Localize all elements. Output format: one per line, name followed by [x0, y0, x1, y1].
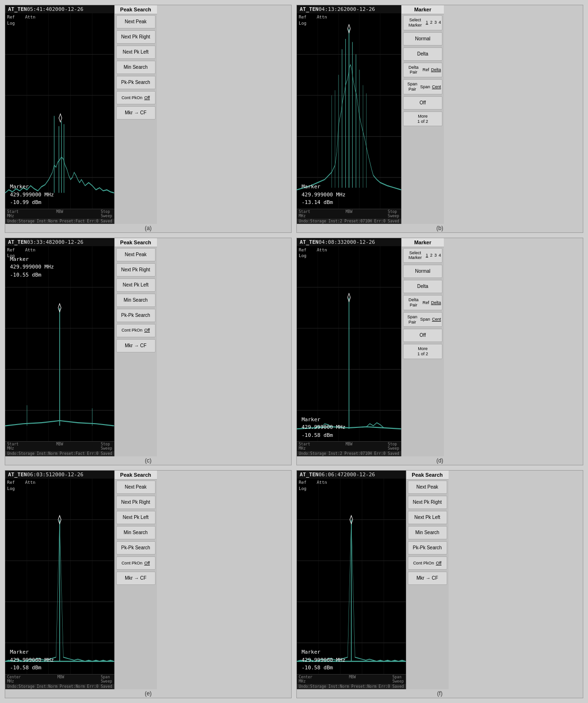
screen-e: AT_TEN 06:03:51 2000-12-26 Ref Attn Log [5, 471, 114, 689]
date-e: 2000-12-26 [52, 472, 83, 478]
marker-power-c: -10.55 dBm [10, 271, 54, 279]
btn-min-search-a[interactable]: Min Search [116, 61, 156, 74]
btn-normal-b[interactable]: Normal [403, 32, 442, 46]
btn-next-peak-f[interactable]: Next Peak [408, 481, 447, 494]
btn-next-pk-right-a[interactable]: Next Pk Right [116, 30, 156, 44]
brand-c: AT_TEN [8, 239, 27, 245]
btn-next-peak-c[interactable]: Next Peak [116, 248, 156, 261]
btn-delta-b[interactable]: Delta [403, 47, 442, 61]
marker-freq-d: 429.999000 MHz [302, 424, 346, 432]
btn-next-pk-right-c[interactable]: Next Pk Right [116, 263, 156, 277]
btn-next-pk-left-c[interactable]: Next Pk Left [116, 278, 156, 292]
btn-next-peak-a[interactable]: Next Peak [116, 15, 156, 28]
btn-next-pk-right-e[interactable]: Next Pk Right [116, 496, 156, 509]
marker-power-f: -10.58 dBm [302, 664, 346, 672]
btn-more-b[interactable]: More1 of 2 [403, 111, 442, 127]
caption-a: (a) [5, 224, 291, 232]
marker-power-b: -13.14 dBm [302, 199, 346, 207]
btn-next-pk-left-a[interactable]: Next Pk Left [116, 46, 156, 59]
marker-freq-e: 429.999000 MHz [10, 657, 54, 665]
brand-e: AT_TEN [8, 472, 27, 478]
screen-footer-c: StartMHz MBW StopSweep [5, 441, 114, 451]
marker-label-a: Marker [10, 183, 54, 191]
footer-mbw-f: MBW [349, 675, 356, 684]
btn-min-search-c[interactable]: Min Search [116, 294, 156, 307]
btn-select-marker-d[interactable]: Select Marker1234 [403, 248, 442, 263]
btn-select-marker-b[interactable]: Select Marker1234 [403, 15, 442, 30]
footer-start-a: StartMHz [7, 210, 18, 218]
screen-header-c: AT_TEN 03:33:48 2000-12-26 [5, 238, 114, 246]
btn-normal-d[interactable]: Normal [403, 265, 442, 278]
brand-a: AT_TEN [8, 6, 27, 12]
time-a: 05:41:40 [27, 6, 52, 12]
caption-f: (f) [297, 689, 583, 698]
btn-next-peak-e[interactable]: Next Peak [116, 481, 156, 494]
screen-header-e: AT_TEN 06:03:51 2000-12-26 [5, 471, 114, 479]
marker-info-f: Marker 429.999000 MHz -10.58 dBm [302, 648, 346, 672]
footer-start-b: StartMHz [299, 210, 310, 218]
sidebar-title-f: Peak Search [406, 471, 449, 480]
screen-content-e: Ref Attn Log [5, 479, 114, 684]
marker-freq-b: 429.999000 MHz [302, 191, 346, 199]
status-d: Undo:Storage Inst:2 Preset:0710H Err:0 S… [297, 451, 401, 456]
btn-mkr-cf-c[interactable]: Mkr → CF [116, 339, 156, 352]
marker-info-e: Marker 429.999000 MHz -10.58 dBm [10, 648, 54, 672]
time-d: 04:08:33 [319, 239, 344, 245]
btn-next-pk-right-f[interactable]: Next Pk Right [408, 496, 447, 509]
btn-mkr-cf-a[interactable]: Mkr → CF [116, 106, 156, 120]
screen-footer-d: StartMHz MBW StopSweep [297, 441, 401, 451]
date-b: 2000-12-26 [344, 6, 375, 12]
footer-start-d: StartMHz [299, 442, 310, 451]
footer-start-c: StartMHz [7, 442, 18, 451]
sidebar-title-e: Peak Search [115, 471, 157, 480]
btn-pkpk-search-a[interactable]: Pk-Pk Search [116, 76, 156, 89]
marker-label-b: Marker [302, 183, 346, 191]
status-e: Undo:Storage Inst:Norm Preset:Norm Err:0… [5, 684, 114, 689]
marker-power-e: -10.58 dBm [10, 664, 54, 672]
screen-header-d: AT_TEN 04:08:33 2000-12-26 [297, 238, 401, 246]
sidebar-title-b: Marker [402, 5, 444, 14]
screen-footer-b: StartMHz MBW StopSweep [297, 209, 401, 219]
btn-pkpk-search-e[interactable]: Pk-Pk Search [116, 541, 156, 555]
btn-pkpk-search-c[interactable]: Pk-Pk Search [116, 309, 156, 322]
screen-d: AT_TEN 04:08:33 2000-12-26 Ref Attn Log [297, 238, 401, 457]
screen-content-f: Ref Attn Log [297, 479, 406, 684]
main-grid: AT_TEN 05:41:40 2000-12-26 Ref Attn Log [0, 0, 588, 703]
btn-off-b[interactable]: Off [403, 96, 442, 110]
btn-span-pair-d[interactable]: Span PairSpanCent [403, 312, 442, 327]
btn-cont-pk-e[interactable]: Cont PkOnOff [116, 556, 156, 570]
brand-d: AT_TEN [300, 239, 319, 245]
marker-info-a: Marker 429.999000 MHz -10.99 dBm [10, 183, 54, 207]
footer-mbw-a: MBW [56, 210, 63, 218]
btn-mkr-cf-e[interactable]: Mkr → CF [116, 572, 156, 585]
btn-cont-pk-c[interactable]: Cont PkOnOff [116, 324, 156, 337]
marker-info-b: Marker 429.999000 MHz -13.14 dBm [302, 183, 346, 207]
footer-stop-d: StopSweep [388, 442, 399, 451]
btn-cont-pk-a[interactable]: Cont PkOnOff [116, 91, 156, 104]
btn-min-search-f[interactable]: Min Search [408, 526, 447, 539]
btn-cont-pk-f[interactable]: Cont PkOnOff [408, 556, 447, 570]
btn-delta-d[interactable]: Delta [403, 280, 442, 293]
btn-next-pk-left-f[interactable]: Next Pk Left [408, 511, 447, 524]
panel-c: AT_TEN 03:33:48 2000-12-26 Ref Attn Log [5, 238, 292, 466]
svg-marker-12 [59, 114, 62, 122]
btn-delta-pair-d[interactable]: Delta PairRefDelta [403, 295, 442, 310]
btn-delta-pair-b[interactable]: Delta PairRefDelta [403, 63, 442, 78]
btn-off-d[interactable]: Off [403, 329, 442, 342]
btn-pkpk-search-f[interactable]: Pk-Pk Search [408, 541, 447, 555]
screen-content-d: Ref Attn Log [297, 246, 401, 452]
footer-stop-b: StopSweep [388, 210, 399, 218]
screen-footer-e: CenterMHz MBW SpanSweep [5, 674, 114, 684]
status-b: Undo:Storage Inst:2 Preset:0710H Err:0 S… [297, 219, 401, 224]
caption-d: (d) [297, 456, 583, 465]
btn-next-pk-left-e[interactable]: Next Pk Left [116, 511, 156, 524]
screen-b: AT_TEN 04:13:26 2000-12-26 Ref Attn Log [297, 5, 401, 224]
btn-more-d[interactable]: More1 of 2 [403, 344, 442, 359]
footer-span-e: SpanSweep [101, 675, 112, 684]
time-e: 06:03:51 [27, 472, 52, 478]
btn-min-search-e[interactable]: Min Search [116, 526, 156, 539]
btn-span-pair-b[interactable]: Span PairSpanCent [403, 79, 442, 94]
marker-info-c: Marker 429.999000 MHz -10.55 dBm [10, 256, 54, 279]
btn-mkr-cf-f[interactable]: Mkr → CF [408, 572, 447, 585]
footer-mbw-b: MBW [346, 210, 352, 218]
